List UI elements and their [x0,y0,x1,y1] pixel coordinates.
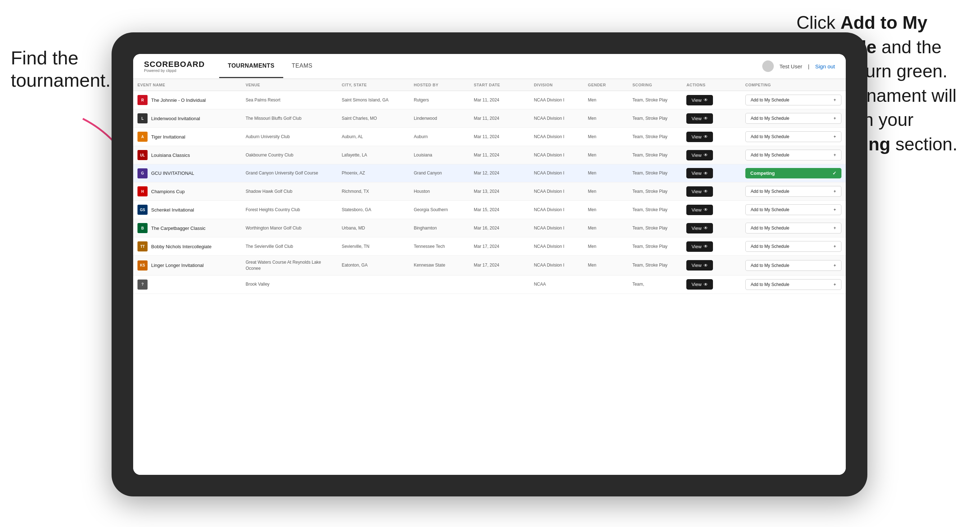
plus-icon: + [834,225,836,230]
view-label: View [691,97,702,103]
col-header-division: DIVISION [530,79,583,91]
table-row: H Champions Cup Shadow Hawk Golf ClubRic… [133,183,846,201]
actions-cell: View 👁 [682,201,741,219]
event-name: The Carpetbagger Classic [151,225,205,231]
hosted-cell: Houston [410,183,470,201]
view-button[interactable]: View 👁 [686,241,713,252]
checkmark-icon: ✓ [832,170,837,176]
view-button[interactable]: View 👁 [686,132,713,142]
view-button[interactable]: View 👁 [686,113,713,124]
competing-cell: Add to My Schedule + [741,183,846,201]
gender-cell: Men [584,237,628,256]
scoring-cell: Team, Stroke Play [628,256,682,276]
view-button[interactable]: View 👁 [686,168,713,178]
venue-cell: Oakbourne Country Club [241,146,337,164]
competing-button[interactable]: Competing ✓ [745,168,842,178]
add-schedule-label: Add to My Schedule [751,263,789,268]
col-header-competing: COMPETING [741,79,846,91]
view-button[interactable]: View 👁 [686,95,713,105]
table-row: KS Linger Longer Invitational Great Wate… [133,256,846,276]
team-logo: ? [137,279,148,290]
tab-teams[interactable]: TEAMS [283,55,321,78]
plus-icon: + [834,282,836,287]
table-row: B The Carpetbagger Classic Worthington M… [133,219,846,237]
date-cell: Mar 15, 2024 [470,201,530,219]
event-name: Lindenwood Invitational [151,116,200,121]
venue-cell: Auburn University Club [241,128,337,146]
hosted-cell: Binghamton [410,219,470,237]
add-to-schedule-button[interactable]: Add to My Schedule + [745,95,842,105]
event-name-cell: B The Carpetbagger Classic [137,223,237,233]
tournaments-table: EVENT NAME VENUE CITY, STATE HOSTED BY S… [133,79,846,294]
scoring-cell: Team, [628,275,682,294]
city-cell: Lafayette, LA [337,146,409,164]
view-button[interactable]: View 👁 [686,205,713,215]
event-name-cell: TT Bobby Nichols Intercollegiate [137,241,237,251]
division-cell: NCAA Division I [530,219,583,237]
date-cell: Mar 16, 2024 [470,219,530,237]
city-cell: Saint Charles, MO [337,110,409,128]
sign-out-link[interactable]: Sign out [815,63,835,70]
date-cell: Mar 12, 2024 [470,164,530,183]
add-to-schedule-button[interactable]: Add to My Schedule + [745,260,842,271]
team-logo: TT [137,241,148,251]
view-button[interactable]: View 👁 [686,186,713,197]
view-button[interactable]: View 👁 [686,150,713,160]
gender-cell: Men [584,219,628,237]
tab-tournaments[interactable]: TOURNAMENTS [219,55,283,78]
col-header-scoring: SCORING [628,79,682,91]
event-name-cell: R The Johnnie - O Individual [137,95,237,105]
add-to-schedule-button[interactable]: Add to My Schedule + [745,131,842,142]
actions-cell: View 👁 [682,91,741,110]
col-header-hosted: HOSTED BY [410,79,470,91]
division-cell: NCAA Division I [530,201,583,219]
table-row: UL Louisiana Classics Oakbourne Country … [133,146,846,164]
gender-cell: Men [584,128,628,146]
competing-cell: Add to My Schedule + [741,128,846,146]
city-cell: Phoenix, AZ [337,164,409,183]
add-schedule-label: Add to My Schedule [751,116,789,121]
col-header-actions: ACTIONS [682,79,741,91]
add-to-schedule-button[interactable]: Add to My Schedule + [745,186,842,197]
city-cell: Auburn, AL [337,128,409,146]
view-button[interactable]: View 👁 [686,223,713,233]
add-to-schedule-button[interactable]: Add to My Schedule + [745,279,842,290]
tablet-frame: SCOREBOARD Powered by clippd TOURNAMENTS… [111,32,867,497]
add-to-schedule-button[interactable]: Add to My Schedule + [745,113,842,124]
col-header-gender: GENDER [584,79,628,91]
team-logo: UL [137,150,148,160]
hosted-cell: Louisiana [410,146,470,164]
actions-cell: View 👁 [682,237,741,256]
gender-cell [584,275,628,294]
view-button[interactable]: View 👁 [686,279,713,290]
add-to-schedule-button[interactable]: Add to My Schedule + [745,150,842,160]
view-label: View [691,244,702,249]
add-to-schedule-button[interactable]: Add to My Schedule + [745,241,842,252]
app-header: SCOREBOARD Powered by clippd TOURNAMENTS… [133,54,846,79]
competing-cell: Add to My Schedule + [741,201,846,219]
eye-icon: 👁 [703,189,708,194]
view-button[interactable]: View 👁 [686,260,713,270]
division-cell: NCAA Division I [530,128,583,146]
logo-sub: Powered by clippd [144,68,205,73]
division-cell: NCAA Division I [530,164,583,183]
city-cell: Urbana, MD [337,219,409,237]
competing-cell: Add to My Schedule + [741,91,846,110]
team-logo: KS [137,260,148,270]
left-annotation-line1: Find the [11,48,78,68]
table-row: ? Brook ValleyNCAATeam, View 👁 Add to My… [133,275,846,294]
view-label: View [691,170,702,176]
competing-cell: Add to My Schedule + [741,110,846,128]
event-name-cell: L Lindenwood Invitational [137,113,237,124]
add-to-schedule-button[interactable]: Add to My Schedule + [745,223,842,233]
city-cell: Eatonton, GA [337,256,409,276]
gender-cell: Men [584,91,628,110]
competing-cell: Add to My Schedule + [741,256,846,276]
add-schedule-label: Add to My Schedule [751,207,789,212]
add-to-schedule-button[interactable]: Add to My Schedule + [745,204,842,215]
event-name: Champions Cup [151,189,185,194]
venue-cell: The Sevierville Golf Club [241,237,337,256]
view-label: View [691,263,702,268]
user-name: Test User [780,63,802,70]
team-logo: R [137,95,148,105]
